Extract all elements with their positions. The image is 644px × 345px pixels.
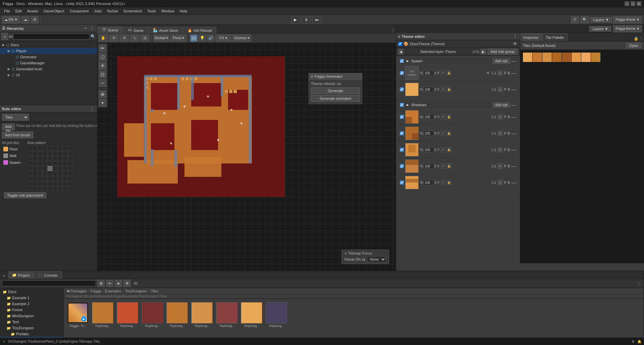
grid-cell[interactable] <box>43 161 47 166</box>
tree-item-docs[interactable]: ▶ ⬡ Docs ⋮ <box>0 42 97 48</box>
pivot-btn[interactable]: Pivot ▾ <box>170 34 186 42</box>
grid-cell[interactable] <box>53 171 57 176</box>
spawn-rule1-checkbox[interactable] <box>400 71 404 75</box>
grid-cell[interactable] <box>33 171 37 176</box>
grid-cell[interactable] <box>68 151 72 156</box>
tree-item-generated-level[interactable]: ▶ ⬡ Generated level <box>0 66 97 72</box>
cloud-btn[interactable]: ☁ <box>21 16 30 23</box>
theme-active-checkbox[interactable] <box>398 42 402 46</box>
file-minidungeon[interactable]: 📁 MiniDungeon <box>0 313 63 319</box>
grid-cell[interactable] <box>38 151 42 156</box>
grid-cell[interactable] <box>33 181 37 186</box>
tab-console[interactable]: ⬛ Console <box>34 271 62 279</box>
add-tile-btn[interactable]: Add tile <box>2 124 15 130</box>
grid-cell[interactable] <box>53 146 57 151</box>
file-docs[interactable]: 📁 Docs <box>0 289 63 295</box>
grid-cell[interactable] <box>48 176 52 181</box>
spawn-rule2-minus[interactable]: — <box>512 87 516 92</box>
shadow-rule1-pct[interactable] <box>424 114 434 120</box>
grid-cell[interactable] <box>63 166 67 171</box>
sr2-lock[interactable]: 🔒 <box>446 131 451 136</box>
hierarchy-search-input[interactable] <box>13 33 90 40</box>
grid-cell[interactable] <box>58 151 62 156</box>
hierarchy-menu-btn[interactable]: ⋮ <box>90 26 95 31</box>
breadcrumb-frigga[interactable]: Frigga <box>91 289 101 293</box>
asset-tiny8[interactable]: TinyDung... <box>265 301 288 328</box>
project-search-input[interactable] <box>2 280 96 286</box>
palette-cell[interactable] <box>533 53 542 62</box>
sr2-minus[interactable]: — <box>512 131 516 136</box>
grid-cell[interactable] <box>68 181 72 186</box>
grid-cell[interactable] <box>38 166 42 171</box>
palette-cell[interactable] <box>581 53 591 62</box>
breadcrumb-tiles[interactable]: Tiles <box>151 289 159 293</box>
spawn-rule2-lock-btn[interactable]: 🔒 <box>446 87 451 92</box>
spawn-rule1-refresh-btn[interactable]: ↺ <box>440 70 445 76</box>
extra-tool2[interactable]: ▼ <box>99 99 107 107</box>
project-menu-btn[interactable]: ⋮ <box>636 281 642 286</box>
theme-editor-menu-btn[interactable]: ⋮ <box>513 34 518 39</box>
generate-animated-btn[interactable]: Generate animated <box>311 95 360 102</box>
grid-cell[interactable] <box>58 176 62 181</box>
asset-tiny2[interactable]: TinyDung... <box>116 301 139 328</box>
eyedropper-tool[interactable]: ✛ <box>99 62 107 70</box>
grid-cell[interactable] <box>53 166 57 171</box>
grid-cell[interactable] <box>68 146 72 151</box>
shadows-minus-btn[interactable]: — <box>512 102 516 108</box>
asset-tiny5[interactable]: TinyDung... <box>191 301 213 328</box>
rule-type-select[interactable]: Tiles <box>2 114 29 121</box>
spawn-rule1-lock-btn[interactable]: 🔒 <box>446 70 451 76</box>
menu-nuget[interactable]: NuGet <box>105 8 121 14</box>
file-prefabs[interactable]: 📁 Prefabs <box>0 331 63 337</box>
grid-cell[interactable] <box>38 161 42 166</box>
grid-cell[interactable] <box>53 161 57 166</box>
layers-right-btn[interactable]: Layers ▼ <box>589 26 611 31</box>
sr1-plus[interactable]: + <box>497 114 503 120</box>
palette-cell[interactable] <box>523 53 532 62</box>
file-test[interactable]: 📁 Test <box>0 319 63 325</box>
flip-tool[interactable]: ↔ <box>99 79 107 87</box>
sr3-refresh[interactable]: ↺ <box>440 147 445 152</box>
shadows-group-checkbox[interactable] <box>400 103 404 107</box>
asset-tiny6[interactable]: TinyDung... <box>215 301 238 328</box>
audio-btn[interactable]: 🔊 <box>207 34 214 42</box>
play-button[interactable] <box>291 16 300 23</box>
grid-cell[interactable] <box>33 161 37 166</box>
focus-select[interactable]: None <box>367 256 386 262</box>
project-brush-btn[interactable]: ✏ <box>106 280 113 287</box>
grid-cell[interactable] <box>53 176 57 181</box>
frigga-theme-right-btn[interactable]: Frigga theme ▼ <box>613 25 642 32</box>
grid-cell[interactable] <box>53 151 57 156</box>
grid-cell[interactable] <box>63 146 67 151</box>
palette-cell[interactable] <box>552 53 561 62</box>
settings-btn[interactable]: ⚙ <box>31 16 39 23</box>
sr5-plus[interactable]: + <box>497 180 503 185</box>
grid-cell[interactable] <box>68 176 72 181</box>
add-rule-group-btn[interactable]: Add rule group <box>487 49 518 55</box>
grid-cell[interactable] <box>38 176 42 181</box>
close-button[interactable]: ✕ <box>637 1 641 6</box>
grid-cell[interactable] <box>68 166 72 171</box>
spawn-rule2-percent[interactable] <box>424 87 434 92</box>
grid-cell[interactable] <box>58 186 62 191</box>
grid-cell[interactable] <box>48 156 52 161</box>
project-star-btn[interactable]: ★ <box>115 280 122 287</box>
grid-cell[interactable] <box>53 181 57 186</box>
rect-tool[interactable]: ⊡ <box>140 34 150 42</box>
grid-cell[interactable] <box>28 151 32 156</box>
grid-cell[interactable] <box>43 176 47 181</box>
inspector-lock-btn[interactable]: 🔒 <box>633 36 639 41</box>
shadow-rule2-cb[interactable] <box>400 131 404 135</box>
int-grid-wall[interactable]: Wall <box>2 153 22 159</box>
grid-cell[interactable] <box>58 166 62 171</box>
grid-cell[interactable] <box>28 156 32 161</box>
tab-inspector[interactable]: Inspector <box>520 33 542 41</box>
sr5-lock[interactable]: 🔒 <box>446 180 451 185</box>
grid-cell[interactable] <box>43 166 47 171</box>
sr4-plus[interactable]: + <box>497 163 503 169</box>
history-btn[interactable]: ⏱ <box>571 16 579 23</box>
asset-tiny3[interactable]: TinyDung... <box>141 301 164 328</box>
sr2-plus[interactable]: + <box>497 131 503 136</box>
layer-prev-btn[interactable]: ◀ <box>398 49 404 54</box>
grid-cell-selected[interactable] <box>48 166 52 171</box>
